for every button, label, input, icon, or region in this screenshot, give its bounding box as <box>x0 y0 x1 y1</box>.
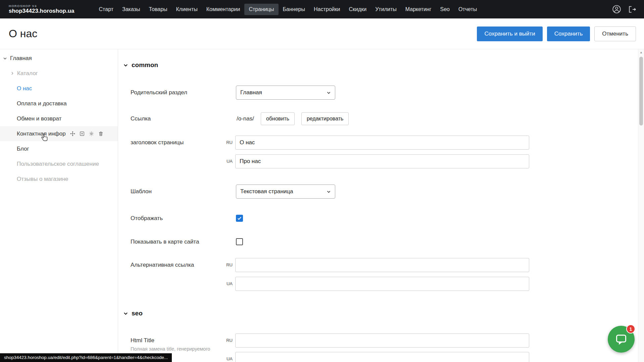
brand-domain: shop34423.horoshop.ua <box>9 8 75 14</box>
menu-item-comments[interactable]: Комментарии <box>202 4 245 15</box>
chat-launcher-button[interactable]: 1 <box>608 326 635 353</box>
sidebar-item-payment-delivery[interactable]: Оплата и доставка <box>0 96 118 111</box>
parent-section-select[interactable]: Главная <box>236 86 335 100</box>
link-preview-statusbar: shop34423.horoshop.ua/edit/edit.php?id=6… <box>0 353 172 362</box>
template-select[interactable]: Текстовая страница <box>236 185 335 199</box>
chevron-down-icon <box>327 91 331 95</box>
menu-item-products[interactable]: Товары <box>145 4 172 15</box>
link-value: /o-nas/ <box>237 115 254 122</box>
link-edit-button[interactable]: редактировать <box>301 112 349 125</box>
display-checkbox[interactable] <box>236 215 243 222</box>
field-template: Шаблон Текстовая страница <box>118 185 638 199</box>
sitemap-label: Показывать в карте сайта <box>131 235 199 249</box>
menu-item-banners[interactable]: Баннеры <box>279 4 309 15</box>
cancel-button[interactable]: Отменить <box>594 27 636 41</box>
tree-row-actions <box>70 131 104 137</box>
html-title-input-ua[interactable] <box>235 352 529 362</box>
move-icon[interactable] <box>70 131 76 137</box>
sidebar-item-label: Пользовательское соглашение <box>17 161 99 167</box>
menu-item-clients[interactable]: Клиенты <box>172 4 202 15</box>
chevron-down-icon[interactable] <box>3 56 7 61</box>
section-seo-header[interactable]: seo <box>123 310 143 317</box>
header-actions: Сохранить и выйти Сохранить Отменить <box>477 27 636 41</box>
field-display: Отображать <box>118 211 638 225</box>
sidebar-item-label: Каталог <box>17 70 38 77</box>
chevron-down-icon <box>123 63 128 68</box>
field-page-title-ua: UA <box>118 154 638 168</box>
menu-item-marketing[interactable]: Маркетинг <box>401 4 436 15</box>
menu-item-orders[interactable]: Заказы <box>118 4 144 15</box>
main-menu: Старт Заказы Товары Клиенты Комментарии … <box>95 4 482 15</box>
template-label: Шаблон <box>131 185 152 199</box>
sidebar-item-exchange-return[interactable]: Обмен и возврат <box>0 111 118 126</box>
sidebar-item-user-agreement[interactable]: Пользовательское соглашение <box>0 156 118 171</box>
scrollbar-up-arrow[interactable]: ▲ <box>638 51 644 54</box>
lang-ru-badge: RU <box>218 136 233 150</box>
lang-ua-badge: UA <box>218 154 233 168</box>
topbar-right <box>612 5 637 14</box>
save-and-exit-button[interactable]: Сохранить и выйти <box>477 27 542 41</box>
add-icon[interactable] <box>79 131 85 137</box>
display-label: Отображать <box>131 211 163 225</box>
lang-ua-badge: UA <box>218 277 233 291</box>
sitemap-checkbox[interactable] <box>236 238 243 245</box>
menu-item-start[interactable]: Старт <box>95 4 118 15</box>
page-edit-form: common Родительский раздел Главная Ссылк… <box>118 49 638 362</box>
sidebar-item-blog[interactable]: Блог <box>0 141 118 156</box>
chevron-down-icon <box>327 190 331 194</box>
link-refresh-button[interactable]: обновить <box>261 112 295 125</box>
sidebar-item-store-reviews[interactable]: Отзывы о магазине <box>0 171 118 187</box>
body: Главная Каталог О нас Оплата и доставка … <box>0 49 644 362</box>
field-sitemap: Показывать в карте сайта <box>118 235 638 249</box>
sidebar-item-label: Оплата и доставка <box>17 100 67 107</box>
parent-section-value: Главная <box>240 89 262 96</box>
logout-icon[interactable] <box>628 5 637 14</box>
page-title-input-ru[interactable] <box>235 136 529 150</box>
html-title-input-ru[interactable] <box>235 333 529 348</box>
sidebar-item-home[interactable]: Главная <box>0 51 118 66</box>
sidebar-item-catalog[interactable]: Каталог <box>0 66 118 81</box>
brand-version: HOROSHOP V4 <box>9 4 75 8</box>
sidebar-item-label: Главная <box>10 55 32 62</box>
menu-item-seo[interactable]: Seo <box>436 4 454 15</box>
topbar: HOROSHOP V4 shop34423.horoshop.ua Старт … <box>0 0 644 18</box>
html-title-hint: Полная замена title, генерируемого <box>131 346 235 352</box>
lang-ru-badge: RU <box>218 258 233 272</box>
field-alt-link-ua: UA <box>118 277 638 291</box>
menu-item-reports[interactable]: Отчеты <box>454 4 481 15</box>
page-title: О нас <box>9 28 37 40</box>
sidebar-item-label: Обмен и возврат <box>17 115 61 122</box>
section-common-header[interactable]: common <box>123 61 158 69</box>
save-button[interactable]: Сохранить <box>547 27 590 41</box>
vertical-scrollbar[interactable]: ▲ <box>638 49 644 362</box>
chevron-right-icon[interactable] <box>10 71 14 75</box>
delete-trash-icon[interactable] <box>98 131 104 137</box>
menu-item-pages[interactable]: Страницы <box>244 4 278 15</box>
scrollbar-thumb[interactable] <box>639 57 643 125</box>
page-header: О нас Сохранить и выйти Сохранить Отмени… <box>0 18 644 49</box>
sidebar-item-contact-info[interactable]: Контактная инфор <box>0 126 118 141</box>
menu-item-settings[interactable]: Настройки <box>309 4 344 15</box>
field-link: Ссылка /o-nas/ обновить редактировать <box>118 112 638 126</box>
settings-gear-icon[interactable] <box>89 131 94 137</box>
menu-item-utilities[interactable]: Утилиты <box>371 4 401 15</box>
check-icon <box>237 216 242 221</box>
field-page-title-ru: заголовок страницы RU <box>118 136 638 150</box>
sidebar-item-about[interactable]: О нас <box>0 81 118 96</box>
alt-link-input-ru[interactable] <box>235 258 529 272</box>
page-title-input-ua[interactable] <box>235 154 529 168</box>
alt-link-label: Альтернативная ссылка <box>131 258 194 272</box>
lang-ua-badge: UA <box>218 352 233 362</box>
section-common-title: common <box>132 61 158 69</box>
link-controls: /o-nas/ обновить редактировать <box>237 112 349 126</box>
link-label: Ссылка <box>131 112 151 126</box>
field-html-title-ua: UA <box>118 352 638 362</box>
section-seo-title: seo <box>132 310 143 317</box>
menu-item-discounts[interactable]: Скидки <box>344 4 371 15</box>
account-icon[interactable] <box>612 5 621 14</box>
alt-link-input-ua[interactable] <box>235 277 529 291</box>
chevron-down-icon <box>123 311 128 316</box>
pages-tree-sidebar: Главная Каталог О нас Оплата и доставка … <box>0 49 118 362</box>
brand[interactable]: HOROSHOP V4 shop34423.horoshop.ua <box>9 4 75 14</box>
app-root: HOROSHOP V4 shop34423.horoshop.ua Старт … <box>0 0 644 362</box>
